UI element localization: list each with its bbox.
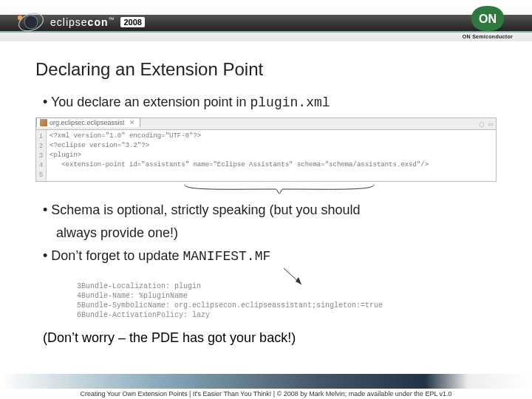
- slide-title: Declaring an Extension Point: [35, 59, 497, 80]
- editor-tab: org.eclipsec.eclipseassist ✕: [36, 117, 140, 127]
- brand-text: eclipseCON™: [50, 16, 115, 28]
- plugin-xml-code: plugin.xml: [250, 95, 330, 110]
- editor-tab-label: org.eclipsec.eclipseassist: [50, 119, 125, 126]
- bullet-manifest: • Don’t forget to update MANIFEST.MF: [43, 248, 497, 264]
- bullet-manifest-text: • Don’t forget to update: [43, 248, 183, 263]
- year-badge: 2008: [120, 17, 144, 27]
- eclipse-orbit-icon: [16, 7, 46, 37]
- gutter-line: 2: [39, 141, 43, 151]
- underbrace-icon: [183, 183, 375, 198]
- editor-toolbar-icons: ▢ ▭: [480, 120, 493, 129]
- slide-header: eclipseCON™ 2008 ON ON Semiconductor: [0, 0, 532, 41]
- svg-text:ON: ON: [479, 13, 497, 25]
- footer-gradient-bar: [0, 374, 532, 389]
- footer-text: Creating Your Own Extension Points | It'…: [0, 389, 532, 399]
- file-icon: [40, 119, 47, 126]
- bullet-schema: • Schema is optional, strictly speaking …: [43, 202, 497, 218]
- bullet-declare: • You declare an extension point in plug…: [43, 95, 497, 110]
- trademark-icon: ™: [108, 16, 115, 23]
- svg-point-3: [18, 16, 22, 20]
- brand-lead: eclipse: [50, 16, 88, 28]
- gutter-line: 1: [39, 132, 43, 141]
- brand-tail: CON: [88, 16, 109, 28]
- bullet-schema-cont: always provide one!): [56, 225, 497, 241]
- manifest-mf-code: MANIFEST.MF: [183, 249, 270, 264]
- code-lines: <?xml version="1.0" encoding="UTF-8"?> <…: [47, 130, 432, 181]
- gutter-line: 5: [39, 170, 43, 180]
- closing-note: (Don’t worry – the PDE has got your back…: [43, 330, 497, 346]
- on-semiconductor-logo: ON ON Semiconductor: [463, 4, 513, 39]
- editor-body: 1 2 3 4 5 <?xml version="1.0" encoding="…: [36, 129, 496, 181]
- arrow-icon: [279, 267, 497, 284]
- close-icon: ✕: [129, 119, 135, 126]
- svg-marker-6: [296, 277, 301, 284]
- slide-footer: Creating Your Own Extension Points | It'…: [0, 374, 532, 399]
- sponsor-subtitle: ON Semiconductor: [463, 34, 513, 39]
- eclipsecon-logo: eclipseCON™ 2008: [16, 7, 145, 37]
- line-gutter: 1 2 3 4 5: [36, 130, 47, 181]
- xml-editor: org.eclipsec.eclipseassist ✕ ▢ ▭ 1 2 3 4…: [35, 117, 497, 182]
- slide-content: Declaring an Extension Point • You decla…: [0, 41, 532, 346]
- on-badge-icon: ON: [468, 4, 507, 33]
- gutter-line: 4: [39, 160, 43, 170]
- bullet-declare-text: • You declare an extension point in: [43, 95, 250, 109]
- gutter-line: 3: [39, 151, 43, 160]
